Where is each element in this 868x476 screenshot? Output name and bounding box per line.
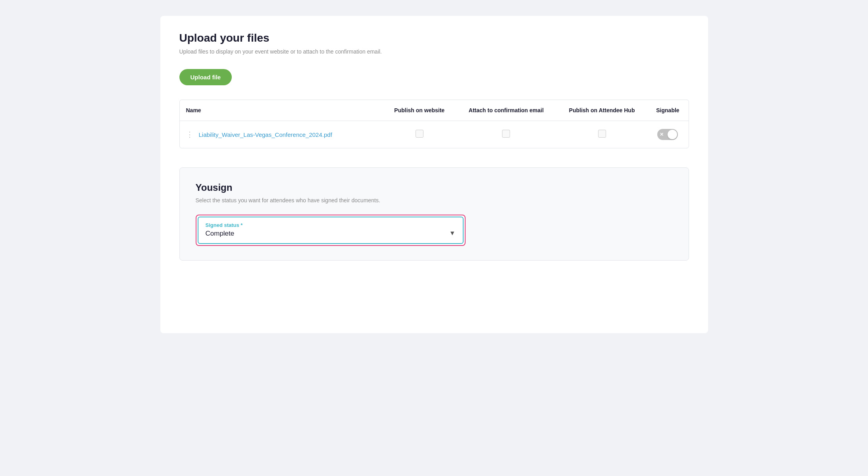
- publish-hub-checkbox[interactable]: [598, 130, 606, 138]
- drag-handle-icon[interactable]: ⋮: [186, 130, 193, 139]
- main-container: Upload your files Upload files to displa…: [160, 16, 708, 333]
- toggle-x-icon: ✕: [660, 132, 664, 137]
- publish-website-cell: [383, 121, 456, 148]
- table-row: ⋮ Liability_Waiver_Las-Vegas_Conference_…: [180, 121, 689, 148]
- file-name-link[interactable]: Liability_Waiver_Las-Vegas_Conference_20…: [199, 131, 332, 138]
- signed-status-value: Complete: [206, 230, 456, 238]
- toggle-thumb: [668, 130, 677, 139]
- page-title: Upload your files: [179, 32, 689, 44]
- col-header-publish-website: Publish on website: [383, 100, 456, 121]
- yousign-title: Yousign: [196, 182, 673, 193]
- col-header-name: Name: [180, 100, 383, 121]
- files-table-container: Name Publish on website Attach to confir…: [179, 100, 689, 148]
- signed-status-wrapper: Signed status * Complete ▼: [196, 215, 466, 246]
- col-header-signable: Signable: [647, 100, 688, 121]
- attach-email-cell: [456, 121, 556, 148]
- yousign-section: Yousign Select the status you want for a…: [179, 167, 689, 261]
- signable-toggle[interactable]: ✕: [657, 129, 678, 140]
- publish-hub-cell: [557, 121, 647, 148]
- attach-email-checkbox[interactable]: [502, 130, 510, 138]
- publish-website-checkbox[interactable]: [416, 130, 423, 138]
- upload-file-button[interactable]: Upload file: [179, 69, 232, 85]
- signable-cell: ✕: [647, 121, 688, 148]
- col-header-publish-hub: Publish on Attendee Hub: [557, 100, 647, 121]
- yousign-subtitle: Select the status you want for attendees…: [196, 197, 673, 203]
- col-header-attach-email: Attach to confirmation email: [456, 100, 556, 121]
- signed-status-dropdown[interactable]: Signed status * Complete ▼: [198, 217, 464, 244]
- page-subtitle: Upload files to display on your event we…: [179, 48, 689, 55]
- files-table: Name Publish on website Attach to confir…: [180, 100, 689, 148]
- table-header-row: Name Publish on website Attach to confir…: [180, 100, 689, 121]
- file-name-cell: ⋮ Liability_Waiver_Las-Vegas_Conference_…: [180, 121, 383, 148]
- signed-status-label: Signed status *: [206, 222, 456, 228]
- dropdown-arrow-icon: ▼: [449, 230, 456, 237]
